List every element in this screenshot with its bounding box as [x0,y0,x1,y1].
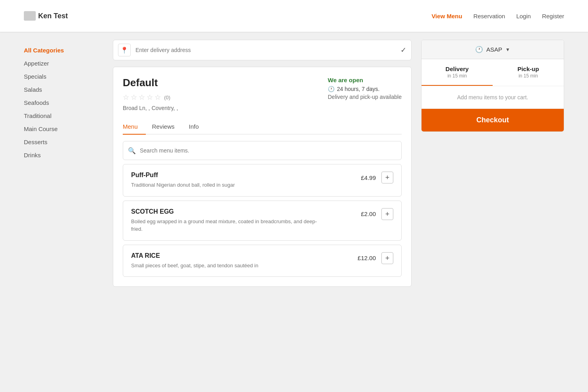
menu-item-right: £12.00 + [358,252,393,264]
star-2: ☆ [131,93,137,102]
menu-item-right: £4.99 + [361,172,393,183]
menu-item-name: Puff-Puff [131,172,361,179]
nav-reservation[interactable]: Reservation [473,13,505,19]
hours-text: 24 hours, 7 days. [337,86,379,92]
menu-item-price: £12.00 [358,255,376,261]
star-3: ☆ [139,93,145,102]
add-item-button[interactable]: + [381,252,393,264]
sidebar-item-main-course[interactable]: Main Course [24,122,103,135]
clock-icon: 🕐 [475,46,483,53]
restaurant-info-right: We are open 🕐 24 hours, 7 days. Delivery… [328,77,402,100]
cart-empty-message: Add menu items to your cart. [422,86,564,109]
pickup-option-title: Pick-up [497,66,559,72]
menu-item: ATA RICE Small pieces of beef, goat, sti… [123,245,402,277]
check-icon: ✓ [400,46,406,54]
main-layout: All Categories Appetizer Specials Salads… [0,32,588,295]
restaurant-card: Default ☆ ☆ ☆ ☆ ☆ (0) Broad Ln, , Covent… [113,67,412,287]
search-input[interactable] [140,147,397,154]
sidebar-item-specials[interactable]: Specials [24,70,103,83]
add-item-button[interactable]: + [381,172,393,183]
menu-item-right: £2.00 + [361,208,393,220]
star-4: ☆ [147,93,153,102]
tab-reviews[interactable]: Reviews [152,119,183,135]
delivery-note: Delivery and pick-up available [328,94,402,100]
delivery-option-delivery[interactable]: Delivery in 15 min [422,59,493,86]
search-icon: 🔍 [128,147,136,154]
nav-register[interactable]: Register [542,13,564,19]
pickup-option-sub: in 15 min [497,73,559,79]
restaurant-info-left: Default ☆ ☆ ☆ ☆ ☆ (0) Broad Ln, , Covent… [123,77,178,111]
menu-item-name: SCOTCH EGG [131,208,361,215]
sidebar-item-salads[interactable]: Salads [24,83,103,96]
header-nav: View Menu Reservation Login Register [431,13,564,19]
menu-item-left: SCOTCH EGG Boiled egg wrapped in a groun… [131,208,361,233]
logo: Ken Test [24,11,68,21]
star-rating: ☆ ☆ ☆ ☆ ☆ (0) [123,93,178,102]
tab-menu[interactable]: Menu [123,119,146,135]
nav-view-menu[interactable]: View Menu [431,13,462,19]
menu-item-price: £2.00 [361,210,376,217]
logo-icon [24,11,36,21]
delivery-options: Delivery in 15 min Pick-up in 15 min [422,59,564,86]
sidebar-item-seafoods[interactable]: Seafoods [24,96,103,109]
checkout-button[interactable]: Checkout [422,109,564,131]
delivery-option-pickup[interactable]: Pick-up in 15 min [493,59,564,86]
menu-item-desc: Traditional Nigerian donut ball, rolled … [131,181,322,189]
review-count: (0) [164,95,170,100]
logo-text: Ken Test [38,12,68,20]
menu-item-desc: Boiled egg wrapped in a ground meat mixt… [131,218,322,233]
menu-tabs: Menu Reviews Info [123,119,402,135]
restaurant-top: Default ☆ ☆ ☆ ☆ ☆ (0) Broad Ln, , Covent… [123,77,402,111]
menu-item: SCOTCH EGG Boiled egg wrapped in a groun… [123,201,402,241]
menu-item-price: £4.99 [361,174,376,181]
menu-item-left: ATA RICE Small pieces of beef, goat, sti… [131,252,358,270]
right-panel: 🕐 ASAP ▼ Delivery in 15 min Pick-up in 1… [421,40,564,287]
star-1: ☆ [123,93,129,102]
open-status: We are open [328,77,402,83]
tab-info[interactable]: Info [189,119,207,135]
cart-widget: 🕐 ASAP ▼ Delivery in 15 min Pick-up in 1… [421,40,564,132]
pin-icon[interactable]: 📍 [118,44,131,56]
sidebar-item-appetizer[interactable]: Appetizer [24,57,103,70]
menu-item-desc: Small pieces of beef, goat, stipe, and t… [131,262,322,270]
asap-label: ASAP [486,46,502,53]
menu-items-list: Puff-Puff Traditional Nigerian donut bal… [123,160,402,277]
sidebar-item-all-categories[interactable]: All Categories [24,44,103,57]
menu-item-left: Puff-Puff Traditional Nigerian donut bal… [131,172,361,189]
header: Ken Test View Menu Reservation Login Reg… [0,0,588,32]
sidebar-item-drinks[interactable]: Drinks [24,149,103,162]
chevron-down-icon: ▼ [505,47,510,52]
sidebar-item-traditional[interactable]: Traditional [24,109,103,122]
delivery-option-title: Delivery [426,66,488,72]
menu-item-name: ATA RICE [131,252,358,259]
hours-info: 🕐 24 hours, 7 days. [328,86,402,92]
clock-icon: 🕐 [328,86,335,92]
delivery-bar: 📍 ✓ [113,40,412,60]
restaurant-address: Broad Ln, , Coventry, , [123,105,178,111]
menu-item: Puff-Puff Traditional Nigerian donut bal… [123,164,402,197]
nav-login[interactable]: Login [516,13,531,19]
delivery-address-input[interactable] [131,47,400,53]
sidebar: All Categories Appetizer Specials Salads… [24,40,103,287]
add-item-button[interactable]: + [381,208,393,220]
asap-bar[interactable]: 🕐 ASAP ▼ [422,40,564,59]
content-area: 📍 ✓ Default ☆ ☆ ☆ ☆ ☆ (0) Broad Ln, , Co [113,40,412,287]
restaurant-name: Default [123,77,178,89]
search-bar: 🔍 [123,141,402,160]
sidebar-item-desserts[interactable]: Desserts [24,135,103,149]
star-5: ☆ [155,93,161,102]
delivery-option-sub: in 15 min [426,73,488,79]
